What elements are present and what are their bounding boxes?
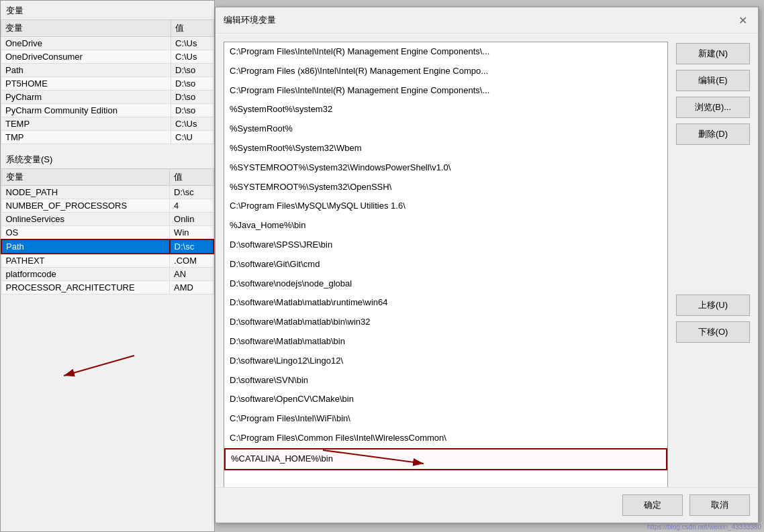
sys-vars-col-value: 值 bbox=[170, 169, 213, 186]
var-name: TEMP bbox=[1, 117, 171, 131]
dialog-footer: 确定 取消 bbox=[216, 487, 758, 523]
cancel-button[interactable]: 取消 bbox=[689, 494, 750, 516]
dialog-body: C:\Program Files\Intel\Intel(R) Manageme… bbox=[216, 34, 758, 522]
path-list-item[interactable]: C:\Program Files\Intel\WiFi\bin\ bbox=[224, 409, 667, 429]
user-var-row[interactable]: OneDriveC:\Us bbox=[1, 37, 214, 50]
var-name: TMP bbox=[1, 131, 171, 144]
sys-var-row[interactable]: PATHEXT.COM bbox=[1, 254, 213, 268]
dialog-titlebar: 编辑环境变量 ✕ bbox=[216, 7, 758, 34]
path-list-item[interactable]: %SystemRoot% bbox=[224, 119, 667, 139]
new-button[interactable]: 新建(N) bbox=[676, 43, 750, 64]
path-list-item[interactable]: D:\software\Git\Git\cmd bbox=[224, 255, 667, 274]
sys-var-row[interactable]: PathD:\sc bbox=[1, 240, 213, 254]
var-name: OneDrive bbox=[1, 37, 171, 50]
var-value: C:\U bbox=[171, 131, 214, 144]
sys-var-row[interactable]: NUMBER_OF_PROCESSORS4 bbox=[1, 199, 213, 213]
sys-vars-label: 系统变量(S) bbox=[1, 150, 214, 168]
var-value: Onlin bbox=[170, 213, 213, 226]
var-name: OneDriveConsumer bbox=[1, 50, 171, 64]
user-var-row[interactable]: PyCharm Community EditionD:\so bbox=[1, 104, 214, 117]
user-vars-col-name: 变量 bbox=[1, 20, 171, 37]
sys-var-row[interactable]: NODE_PATHD:\sc bbox=[1, 186, 213, 199]
watermark: https://blog.csdn.net/weixin_43333380 bbox=[647, 523, 761, 531]
path-list-item[interactable]: D:\software\OpenCV\CMake\bin bbox=[224, 390, 667, 409]
path-list-item[interactable]: C:\Program Files (x86)\Intel\Intel(R) Ma… bbox=[224, 62, 667, 81]
user-vars-label: 变量 bbox=[1, 1, 214, 19]
ok-button[interactable]: 确定 bbox=[622, 494, 683, 516]
system-properties-window: 变量 变量 值 OneDriveC:\UsOneDriveConsumerC:\… bbox=[0, 0, 215, 532]
var-name: Path bbox=[1, 240, 170, 254]
path-list-item[interactable]: C:\Program Files\Common Files\Intel\Wire… bbox=[224, 429, 667, 448]
sys-var-row[interactable]: platformcodeAN bbox=[1, 268, 213, 281]
var-name: PT5HOME bbox=[1, 77, 171, 91]
path-listbox[interactable]: C:\Program Files\Intel\Intel(R) Manageme… bbox=[224, 42, 668, 514]
move-up-button[interactable]: 上移(U) bbox=[676, 295, 750, 316]
var-name: PyCharm Community Edition bbox=[1, 104, 171, 117]
sys-vars-table: 变量 值 NODE_PATHD:\scNUMBER_OF_PROCESSORS4… bbox=[1, 168, 214, 295]
user-vars-col-value: 值 bbox=[171, 20, 214, 37]
var-name: NODE_PATH bbox=[1, 186, 170, 199]
user-var-row[interactable]: TMPC:\U bbox=[1, 131, 214, 144]
var-name: Path bbox=[1, 64, 171, 77]
close-button[interactable]: ✕ bbox=[735, 13, 750, 28]
var-value: D:\sc bbox=[170, 240, 213, 254]
path-list-item[interactable]: %CATALINA_HOME%\bin bbox=[224, 448, 667, 470]
path-list-container: C:\Program Files\Intel\Intel(R) Manageme… bbox=[224, 42, 668, 514]
path-list-item[interactable]: C:\Program Files\Intel\Intel(R) Manageme… bbox=[224, 42, 667, 62]
var-name: PyCharm bbox=[1, 91, 171, 104]
user-var-row[interactable]: TEMPC:\Us bbox=[1, 117, 214, 131]
path-list-item[interactable]: %SystemRoot%\System32\Wbem bbox=[224, 139, 667, 158]
move-down-button[interactable]: 下移(O) bbox=[676, 321, 750, 343]
var-name: platformcode bbox=[1, 268, 170, 281]
path-list-item[interactable]: D:\software\SPSS\JRE\bin bbox=[224, 235, 667, 255]
path-list-item[interactable]: D:\software\SVN\bin bbox=[224, 371, 667, 390]
var-name: PATHEXT bbox=[1, 254, 170, 268]
path-list-item[interactable]: D:\software\Matlab\matlab\bin\win32 bbox=[224, 313, 667, 332]
var-value: Win bbox=[170, 226, 213, 240]
var-name: PROCESSOR_ARCHITECTURE bbox=[1, 281, 170, 295]
browse-button[interactable]: 浏览(B)... bbox=[676, 97, 750, 118]
var-name: OnlineServices bbox=[1, 213, 170, 226]
path-list-item[interactable]: %Java_Home%\bin bbox=[224, 216, 667, 235]
path-list-item[interactable]: %SystemRoot%\system32 bbox=[224, 100, 667, 119]
var-value: .COM bbox=[170, 254, 213, 268]
path-list-item[interactable]: %SYSTEMROOT%\System32\WindowsPowerShell\… bbox=[224, 158, 667, 178]
user-var-row[interactable]: PT5HOMED:\so bbox=[1, 77, 214, 91]
button-panel: 新建(N) 编辑(E) 浏览(B)... 删除(D) 上移(U) 下移(O) 编… bbox=[676, 42, 750, 514]
dialog-title: 编辑环境变量 bbox=[224, 14, 276, 26]
path-list-item[interactable]: C:\Program Files\Intel\Intel(R) Manageme… bbox=[224, 81, 667, 101]
path-list-item[interactable]: D:\software\Matlab\matlab\runtime\win64 bbox=[224, 293, 667, 313]
var-value: C:\Us bbox=[171, 37, 214, 50]
user-vars-table: 变量 值 OneDriveC:\UsOneDriveConsumerC:\UsP… bbox=[1, 19, 214, 144]
var-value: D:\so bbox=[171, 77, 214, 91]
edit-button[interactable]: 编辑(E) bbox=[676, 70, 750, 91]
var-value: D:\so bbox=[171, 104, 214, 117]
path-list-item[interactable]: C:\Program Files\MySQL\MySQL Utilities 1… bbox=[224, 197, 667, 216]
path-list-item[interactable]: D:\software\nodejs\node_global bbox=[224, 274, 667, 294]
sys-var-row[interactable]: PROCESSOR_ARCHITECTUREAMD bbox=[1, 281, 213, 295]
user-var-row[interactable]: OneDriveConsumerC:\Us bbox=[1, 50, 214, 64]
var-value: D:\so bbox=[171, 64, 214, 77]
user-var-row[interactable]: PyCharmD:\so bbox=[1, 91, 214, 104]
var-name: OS bbox=[1, 226, 170, 240]
path-list-item[interactable]: D:\software\Matlab\matlab\bin bbox=[224, 332, 667, 352]
path-list-item[interactable]: %SYSTEMROOT%\System32\OpenSSH\ bbox=[224, 178, 667, 197]
var-name: NUMBER_OF_PROCESSORS bbox=[1, 199, 170, 213]
delete-button[interactable]: 删除(D) bbox=[676, 123, 750, 145]
var-value: C:\Us bbox=[171, 50, 214, 64]
edit-env-var-dialog: 编辑环境变量 ✕ C:\Program Files\Intel\Intel(R)… bbox=[215, 7, 759, 523]
path-list-item[interactable]: D:\software\Lingo12\Lingo12\ bbox=[224, 352, 667, 371]
var-value: D:\so bbox=[171, 91, 214, 104]
var-value: 4 bbox=[170, 199, 213, 213]
var-value: D:\sc bbox=[170, 186, 213, 199]
var-value: AMD bbox=[170, 281, 213, 295]
sys-var-row[interactable]: OSWin bbox=[1, 226, 213, 240]
sys-vars-col-name: 变量 bbox=[1, 169, 170, 186]
var-value: C:\Us bbox=[171, 117, 214, 131]
sys-var-row[interactable]: OnlineServicesOnlin bbox=[1, 213, 213, 226]
var-value: AN bbox=[170, 268, 213, 281]
user-var-row[interactable]: PathD:\so bbox=[1, 64, 214, 77]
